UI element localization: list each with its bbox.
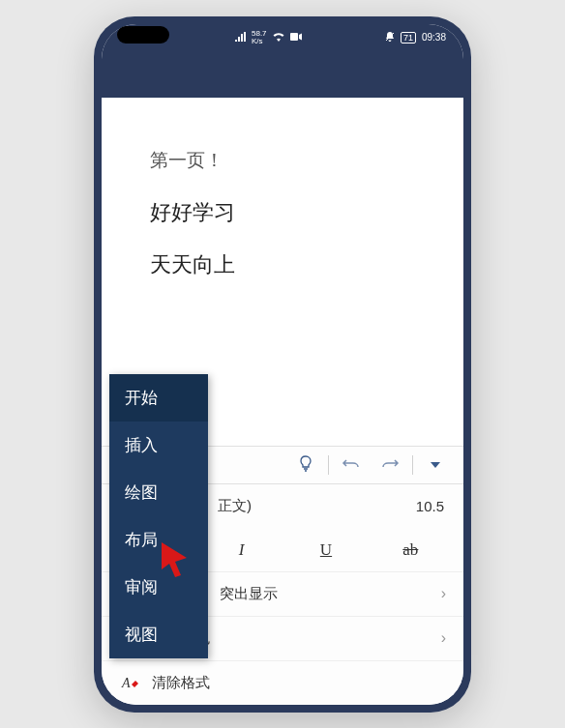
screen: 58.7K/s 71 09:38 第一页！ [102,24,463,705]
document-area[interactable]: 第一页！ 好好学习 天天向上 [102,98,463,384]
menu-item-start[interactable]: 开始 [109,374,208,422]
wifi-icon [272,32,285,44]
lightbulb-icon[interactable] [289,449,322,481]
doc-line-3: 天天向上 [150,250,415,279]
clear-format-option[interactable]: A 清除格式 [102,660,463,705]
doc-line-1: 第一页！ [150,148,415,173]
app-header [102,51,463,98]
video-icon [290,32,302,43]
doc-line-2: 好好学习 [150,198,415,227]
highlight-label: 突出显示 [220,585,430,603]
strikethrough-button[interactable]: ab [370,540,452,560]
tab-dropdown-menu: 开始 插入 绘图 布局 审阅 视图 [109,374,208,658]
redo-icon[interactable] [373,449,406,481]
phone-frame: 58.7K/s 71 09:38 第一页！ [94,16,471,713]
clear-format-icon: A [119,672,140,693]
menu-item-insert[interactable]: 插入 [109,422,208,469]
battery: 71 [401,32,416,44]
camera-cutout [117,26,169,44]
cursor-pointer [158,540,193,583]
divider [328,455,329,475]
menu-item-draw[interactable]: 绘图 [109,469,208,516]
dropdown-caret-icon[interactable] [419,449,452,481]
status-left: 58.7K/s [235,30,302,45]
signal-icon [235,32,247,44]
font-size: 10.5 [416,498,444,514]
clock: 09:38 [422,32,446,43]
status-right: 71 09:38 [385,32,446,44]
svg-rect-0 [290,33,298,41]
svg-text:A: A [121,676,131,690]
underline-button[interactable]: U [284,540,367,560]
font-name: 正文) [218,497,252,515]
undo-icon[interactable] [335,449,368,481]
signal-text: 58.7K/s [252,30,267,45]
clear-format-label: 清除格式 [152,674,446,692]
divider [412,455,413,475]
chevron-right-icon: › [441,585,446,602]
menu-item-view[interactable]: 视图 [109,611,208,658]
notification-icon [385,32,395,44]
chevron-right-icon: › [441,629,446,647]
italic-button[interactable]: I [200,540,282,560]
